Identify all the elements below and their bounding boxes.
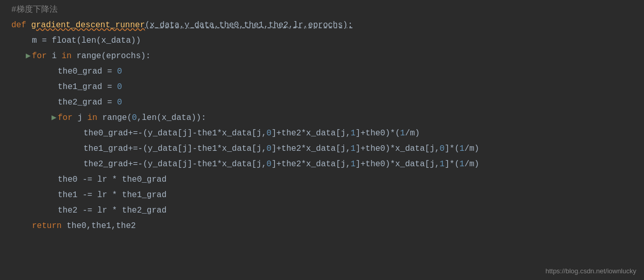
the1-grad-calc-line: the1_grad+=-(y_data[j]-the1*x_data[j,0]+… — [0, 141, 644, 156]
for-kw: for — [32, 48, 52, 64]
the1-update-line: the1 -= lr * the1_grad — [0, 187, 644, 203]
watermark: https://blog.csdn.net/iownlucky — [546, 267, 636, 275]
comma-len: ,len(x_data)): — [137, 110, 206, 126]
the2-update-line: the2 -= lr * the2_grad — [0, 203, 644, 218]
return-vals: the0,the1,the2 — [66, 218, 135, 234]
the0-update-line: the0 -= lr * the0_grad — [0, 172, 644, 187]
the0-grad-var: the0_grad = — [58, 64, 117, 79]
the2-update: the2 -= lr * the2_grad — [58, 203, 166, 218]
range-j-fn: range( — [102, 110, 132, 126]
comment-text: #梯度下降法 — [11, 2, 58, 18]
for-i-line: ▶ for i in range(eprochs): — [0, 48, 644, 64]
zero-3: 0 — [117, 95, 122, 110]
the2-grad-init-line: the2_grad = 0 — [0, 95, 644, 110]
for-j-kw: for — [58, 110, 77, 126]
zero-1: 0 — [117, 64, 122, 79]
range-fn: range(eprochs): — [76, 48, 150, 64]
in-kw: in — [62, 48, 77, 64]
def-line: def gradient_descent_runner(x_data,y_dat… — [0, 18, 644, 33]
len-fn: len(x_data)) — [81, 33, 141, 48]
j-var: j — [77, 110, 87, 126]
the1-grad-calc: the1_grad+=- — [83, 141, 143, 156]
the1-grad-var: the1_grad = — [58, 79, 117, 95]
zero-j: 0 — [132, 110, 137, 126]
code-container: #梯度下降法 def gradient_descent_runner(x_dat… — [0, 0, 644, 280]
the1-calc-expr: (y_data[j]-the1*x_data[j, — [143, 141, 266, 156]
the1-grad-init-line: the1_grad = 0 — [0, 79, 644, 95]
the0-grad-calc: the0_grad+=- — [83, 126, 143, 141]
return-line: return the0,the1,the2 — [0, 218, 644, 234]
for-j-line: ▶ for j in range(0,len(x_data)): — [0, 110, 644, 126]
the2-grad-var: the2_grad = — [58, 95, 117, 110]
i-var: i — [52, 48, 61, 64]
the2-grad-calc: the2_grad+=- — [83, 156, 143, 172]
float-fn: float( — [52, 33, 81, 48]
the0-calc-expr: (y_data[j]-the1*x_data[j, — [143, 126, 266, 141]
zero-2: 0 — [117, 79, 122, 95]
the2-calc-expr: (y_data[j]-the1*x_data[j, — [143, 156, 266, 172]
comment-line: #梯度下降法 — [0, 2, 644, 18]
m-assign-line: m = float(len(x_data)) — [0, 33, 644, 48]
fn-params: (x_data,y_data,the0,the1,the2,lr,eprochs… — [145, 18, 352, 33]
def-keyword: def — [11, 18, 31, 33]
the2-grad-calc-line: the2_grad+=-(y_data[j]-the1*x_data[j,0]+… — [0, 156, 644, 172]
return-kw: return — [32, 218, 66, 234]
the0-update: the0 -= lr * the0_grad — [58, 172, 166, 187]
the0-grad-calc-line: the0_grad+=-(y_data[j]-the1*x_data[j,0]+… — [0, 126, 644, 141]
the0-grad-init-line: the0_grad = 0 — [0, 64, 644, 79]
in-j-kw: in — [88, 110, 103, 126]
fn-name: gradient_descent_runner — [31, 18, 145, 33]
m-var: m = — [32, 33, 52, 48]
the1-update: the1 -= lr * the1_grad — [58, 187, 166, 203]
